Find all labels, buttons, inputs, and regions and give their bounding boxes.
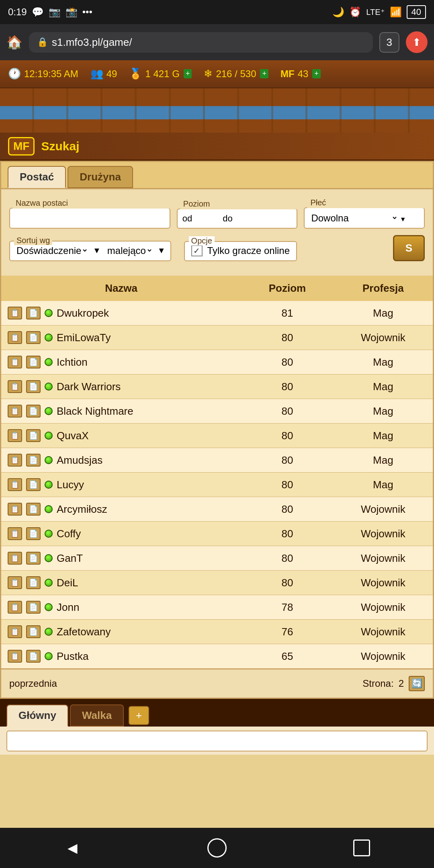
name-cell: 📋 📄 Lucyy xyxy=(8,478,235,491)
table-header-row: Nazwa Poziom Profesja xyxy=(1,276,433,301)
action-icon-2[interactable]: 📄 xyxy=(26,380,41,393)
online-indicator xyxy=(45,530,53,538)
action-icon-1[interactable]: 📋 xyxy=(8,454,22,467)
recents-button[interactable] xyxy=(346,832,378,864)
tab-postac[interactable]: Postać xyxy=(8,166,66,188)
tab-walka[interactable]: Walka xyxy=(70,704,124,727)
action-icon-2[interactable]: 📄 xyxy=(26,576,41,589)
action-icon-2[interactable]: 📄 xyxy=(26,454,41,467)
sort-field-select[interactable]: Doświadczenie Nazwa Poziom xyxy=(15,245,88,256)
home-button[interactable]: 🏠 xyxy=(6,35,23,50)
name-cell: 📋 📄 Ichtion xyxy=(8,356,235,368)
character-name-label: Nazwa postaci xyxy=(12,198,170,209)
action-icon-2[interactable]: 📄 xyxy=(26,625,41,638)
profession-cell: Mag xyxy=(334,448,433,473)
url-text: s1.mfo3.pl/game/ xyxy=(52,36,132,49)
action-icon-1[interactable]: 📋 xyxy=(8,380,22,393)
action-icon-1[interactable]: 📋 xyxy=(8,478,22,491)
tab-count[interactable]: 3 xyxy=(379,32,399,53)
character-name: Lucyy xyxy=(57,479,84,491)
game-banner xyxy=(0,88,434,133)
action-icon-1[interactable]: 📋 xyxy=(8,576,22,589)
action-icon-1[interactable]: 📋 xyxy=(8,307,22,319)
action-icon-2[interactable]: 📄 xyxy=(26,552,41,565)
action-icon-2[interactable]: 📄 xyxy=(26,429,41,442)
level-group: Poziom od do xyxy=(177,199,298,229)
character-name: Zafetowany xyxy=(57,626,111,638)
action-icon-1[interactable]: 📋 xyxy=(8,527,22,540)
home-nav-button[interactable] xyxy=(201,832,233,864)
back-button[interactable]: ◀ xyxy=(56,832,88,864)
action-icon-1[interactable]: 📋 xyxy=(8,356,22,368)
level-to-input[interactable] xyxy=(236,213,260,224)
energy-plus[interactable]: + xyxy=(260,69,268,78)
name-cell: 📋 📄 Dark Warriors xyxy=(8,380,235,393)
action-icon-2[interactable]: 📄 xyxy=(26,601,41,614)
online-checkbox[interactable]: ✓ xyxy=(191,245,203,256)
character-name-input[interactable] xyxy=(15,213,127,224)
moon-icon: 🌙 xyxy=(332,6,344,18)
tab-add-button[interactable]: + xyxy=(129,706,149,725)
mf-plus[interactable]: + xyxy=(312,69,321,78)
profession-cell: Mag xyxy=(334,473,433,497)
action-icon-1[interactable]: 📋 xyxy=(8,405,22,418)
tab-glowny[interactable]: Główny xyxy=(6,704,68,727)
tab-druzyna[interactable]: Drużyna xyxy=(68,166,133,188)
action-icon-2[interactable]: 📄 xyxy=(26,356,41,368)
action-icon-1[interactable]: 📋 xyxy=(8,429,22,442)
name-cell: 📋 📄 Arcymiłosz xyxy=(8,503,235,516)
page-label: Strona: xyxy=(362,678,393,689)
level-wrap: od do xyxy=(177,209,298,229)
status-bar: 0:19 💬 📷 📸 ••• 🌙 ⏰ LTE⁺ 📶 40 xyxy=(0,0,434,24)
chat-input-row xyxy=(0,727,434,755)
action-icon-2[interactable]: 📄 xyxy=(26,331,41,344)
table-row: 📋 📄 Amudsjas 80Mag xyxy=(1,448,433,473)
action-icon-2[interactable]: 📄 xyxy=(26,478,41,491)
action-icon-1[interactable]: 📋 xyxy=(8,331,22,344)
level-cell: 65 xyxy=(241,644,333,669)
action-icon-1[interactable]: 📋 xyxy=(8,503,22,516)
topbar-time: 🕐 12:19:35 AM xyxy=(8,68,78,80)
action-icon-2[interactable]: 📄 xyxy=(26,527,41,540)
character-name-wrap xyxy=(9,208,170,229)
topbar-energy: ❄ 216 / 530 + xyxy=(204,68,268,80)
action-icon-1[interactable]: 📋 xyxy=(8,625,22,638)
refresh-button[interactable]: 🔄 xyxy=(409,676,425,691)
action-icon-1[interactable]: 📋 xyxy=(8,601,22,614)
gold-plus[interactable]: + xyxy=(184,69,192,78)
gender-chevron: ▼ xyxy=(400,216,406,223)
action-icon-2[interactable]: 📄 xyxy=(26,503,41,516)
level-cell: 80 xyxy=(241,473,333,497)
users-icon: 👥 xyxy=(90,68,103,80)
options-fieldset: Opcje ✓ Tylko gracze online xyxy=(184,241,297,261)
pagination-row: poprzednia Strona: 2 🔄 xyxy=(1,669,433,698)
profession-cell: Wojownik xyxy=(334,595,433,620)
prev-page-link[interactable]: poprzednia xyxy=(9,678,57,689)
url-bar[interactable]: 🔒 s1.mfo3.pl/game/ xyxy=(29,32,373,53)
gender-select[interactable]: Dowolna Mężczyzna Kobieta xyxy=(309,212,398,224)
instagram-icon: 📷 xyxy=(49,6,61,18)
search-button[interactable]: S xyxy=(393,235,425,261)
results-table: Nazwa Poziom Profesja 📋 📄 Dwukropek 81Ma… xyxy=(1,276,433,669)
table-row: 📋 📄 Jonn 78Wojownik xyxy=(1,595,433,620)
table-row: 📋 📄 Dwukropek 81Mag xyxy=(1,301,433,326)
action-icon-2[interactable]: 📄 xyxy=(26,650,41,663)
level-cell: 80 xyxy=(241,546,333,571)
online-indicator xyxy=(45,383,53,391)
character-name: Coffy xyxy=(57,528,81,540)
upload-button[interactable]: ⬆ xyxy=(406,31,428,53)
chat-input[interactable] xyxy=(6,731,428,751)
level-from-input[interactable] xyxy=(195,213,219,224)
online-label: Tylko gracze online xyxy=(207,245,290,256)
action-icon-1[interactable]: 📋 xyxy=(8,650,22,663)
action-icon-2[interactable]: 📄 xyxy=(26,307,41,319)
action-icon-2[interactable]: 📄 xyxy=(26,405,41,418)
sort-order-select[interactable]: malejąco rosnąco xyxy=(106,245,153,256)
action-icon-1[interactable]: 📋 xyxy=(8,552,22,565)
level-cell: 80 xyxy=(241,448,333,473)
signal-icon: 📶 xyxy=(390,6,402,18)
profession-cell: Wojownik xyxy=(334,620,433,644)
level-cell: 80 xyxy=(241,326,333,350)
name-cell: 📋 📄 Black Nightmare xyxy=(8,405,235,418)
profession-cell: Mag xyxy=(334,350,433,375)
